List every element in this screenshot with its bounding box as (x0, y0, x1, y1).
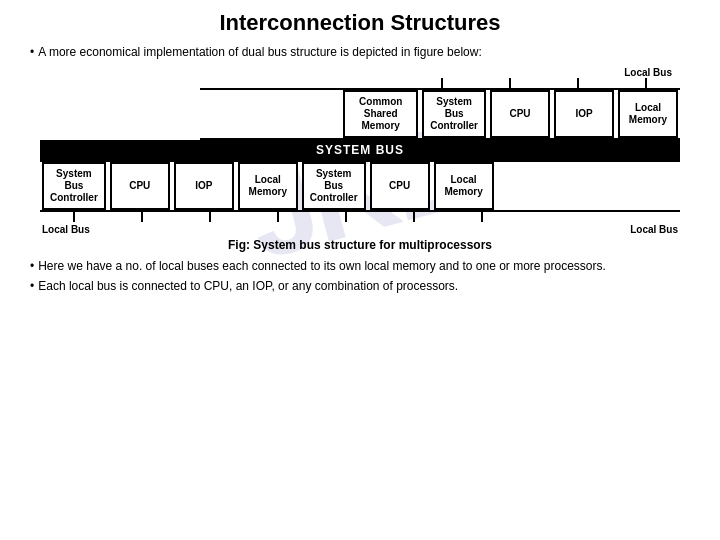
bullet-dot-1: • (30, 44, 34, 61)
system-bus-controller-box-bottom2: SystemBusController (302, 162, 366, 210)
connector-sbc (410, 78, 474, 88)
diagram-area: Local Bus CommonSharedMemory SystemBusCo… (40, 67, 680, 252)
local-memory-box-bottom1: LocalMemory (238, 162, 298, 210)
bc7 (450, 212, 514, 222)
bottom-row: SystemBusController CPU IOP LocalMemory … (40, 160, 680, 212)
bc6 (382, 212, 446, 222)
system-bus-controller-box-top: SystemBusController (422, 90, 486, 138)
local-memory-box-bottom2: LocalMemory (434, 162, 494, 210)
bc3 (178, 212, 242, 222)
bullet-1-text: A more economical implementation of dual… (38, 44, 482, 61)
fig-caption: Fig: System bus structure for multiproce… (40, 238, 680, 252)
local-bus-label-left: Local Bus (42, 222, 90, 236)
connector-lm (614, 78, 678, 88)
bullet-2-text: Here we have a no. of local buses each c… (38, 258, 606, 275)
content-area: Interconnection Structures • A more econ… (0, 0, 720, 306)
bc5 (314, 212, 378, 222)
top-connectors (200, 78, 680, 88)
connector-cpu (478, 78, 542, 88)
bullet-3: • Each local bus is connected to CPU, an… (30, 278, 690, 295)
top-row: CommonSharedMemory SystemBusController C… (200, 88, 680, 140)
bc1 (42, 212, 106, 222)
bullet-3-text: Each local bus is connected to CPU, an I… (38, 278, 458, 295)
bc4 (246, 212, 310, 222)
bc2 (110, 212, 174, 222)
iop-box-bottom1: IOP (174, 162, 234, 210)
local-bus-top-label: Local Bus (40, 67, 672, 78)
connector-iop (546, 78, 610, 88)
page-title: Interconnection Structures (30, 10, 690, 36)
cpu-box-bottom2: CPU (370, 162, 430, 210)
bottom-labels: Local Bus Local Bus (40, 222, 680, 236)
system-bus-label: SYSTEM BUS (40, 140, 680, 160)
cpu-box-top: CPU (490, 90, 550, 138)
cpu-box-bottom1: CPU (110, 162, 170, 210)
common-shared-memory-box: CommonSharedMemory (343, 90, 418, 138)
bottom-connectors (40, 212, 680, 222)
bullet-dot-2: • (30, 258, 34, 275)
local-bus-left-text: Local Bus (42, 224, 90, 235)
bullet-1: • A more economical implementation of du… (30, 44, 690, 61)
local-bus-label-right: Local Bus (630, 222, 678, 236)
local-memory-box-top: LocalMemory (618, 90, 678, 138)
bullet-2: • Here we have a no. of local buses each… (30, 258, 690, 275)
iop-box-top: IOP (554, 90, 614, 138)
bullet-dot-3: • (30, 278, 34, 295)
local-bus-right-text: Local Bus (630, 224, 678, 235)
system-bus-controller-box-bottom1: SystemBusController (42, 162, 106, 210)
